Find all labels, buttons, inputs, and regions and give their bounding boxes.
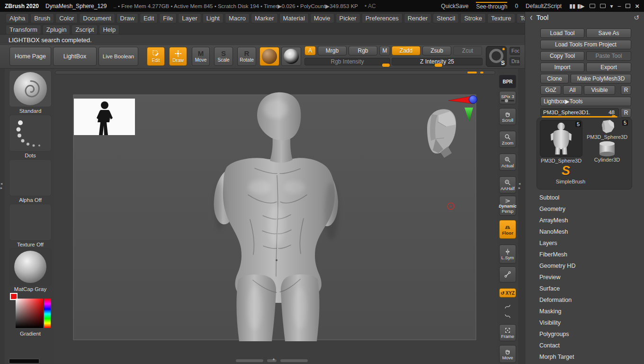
scroll-button[interactable]: Scroll <box>499 108 516 125</box>
load-tools-from-project-button[interactable]: Load Tools From Project <box>540 40 631 49</box>
spix-slider[interactable]: SPix 3 <box>499 91 516 104</box>
second-screen-icon[interactable] <box>600 4 606 8</box>
panel-back-icon[interactable]: ‹ <box>530 11 533 24</box>
menu-item[interactable]: Edit <box>140 13 158 23</box>
right-tray-divider[interactable]: ◂ ▸ <box>518 69 524 364</box>
save-as-button[interactable]: Save As <box>586 28 631 38</box>
tool-section-header[interactable]: Geometry HD <box>525 260 644 272</box>
rotate-curve-icon-1[interactable] <box>499 302 516 311</box>
actual-button[interactable]: Actual <box>499 154 516 171</box>
lightbox-button[interactable]: LightBox <box>53 47 97 66</box>
tray-expand-icon[interactable]: ▸ <box>519 186 520 190</box>
restore-icon[interactable] <box>626 4 630 8</box>
tool-section-header[interactable]: FiberMesh <box>525 249 644 260</box>
tool-section-header[interactable]: ArrayMesh <box>525 215 644 226</box>
alpha-selector[interactable]: Alpha Off <box>7 159 54 203</box>
tool-section-header[interactable]: Subtool <box>525 192 644 203</box>
cylinder-tool-thumbnail[interactable] <box>585 140 629 157</box>
collapse-ui-icon[interactable]: ▾ <box>610 3 613 9</box>
minimize-icon[interactable]: – <box>618 3 621 9</box>
tool-section-header[interactable]: Contact <box>525 340 644 351</box>
scroll-segment[interactable] <box>280 359 308 362</box>
move-mode-button[interactable]: M Move <box>192 47 210 66</box>
slider-r-button[interactable]: R <box>621 108 631 118</box>
tool-section-header[interactable]: Layers <box>525 237 644 249</box>
zsub-toggle[interactable]: Zsub <box>422 46 451 55</box>
stroke-selector[interactable]: Dots <box>7 115 54 158</box>
left-tray-divider[interactable]: ◂ ▸ <box>0 69 5 364</box>
menu-item[interactable]: Texture <box>487 13 515 23</box>
menu-item[interactable]: Material <box>279 13 309 23</box>
rgb-toggle[interactable]: Rgb <box>349 46 377 55</box>
lightbox-tools-button[interactable]: Lightbox▶Tools <box>540 97 631 106</box>
z-axis-dot[interactable] <box>469 96 477 104</box>
transpose-button[interactable] <box>499 266 516 282</box>
selected-tool-thumbnail[interactable]: 5 <box>540 120 582 157</box>
zscript-playback-icons[interactable]: ▮▮ ▮▶ <box>569 3 584 9</box>
menu-item[interactable]: Preferences <box>362 13 402 23</box>
home-page-button[interactable]: Home Page <box>9 47 51 66</box>
mrgb-toggle[interactable]: Mrgb <box>318 46 347 55</box>
bpr-button[interactable]: BPR <box>499 75 516 88</box>
menu-item[interactable]: Document <box>79 13 115 23</box>
zcut-toggle[interactable]: Zcut <box>453 46 482 55</box>
material-selector[interactable]: MatCap Gray <box>7 248 54 292</box>
bottom-scrollbar[interactable]: ▲ <box>236 359 308 362</box>
simplebrush-icon[interactable]: S <box>562 164 570 178</box>
menu-item[interactable]: Layer <box>178 13 201 23</box>
hue-strip[interactable] <box>44 299 51 328</box>
import-button[interactable]: Import <box>540 63 584 72</box>
tray-collapse-icon[interactable]: ◂ <box>519 182 520 186</box>
xyz-rotation-button[interactable]: ↺ XYZ <box>499 288 516 298</box>
menu-item[interactable]: Draw <box>116 13 138 23</box>
menu-item[interactable]: Brush <box>30 13 54 23</box>
current-material-button[interactable] <box>259 47 279 66</box>
menu-item[interactable]: Render <box>404 13 432 23</box>
goz-visible-button[interactable]: Visible <box>584 85 615 95</box>
menu-item[interactable]: Macro <box>225 13 250 23</box>
rgb-intensity-slider[interactable]: Rgb Intensity <box>304 58 390 65</box>
tool-section-header[interactable]: Geometry <box>525 203 644 215</box>
draw-mode-button[interactable]: Draw <box>169 47 187 66</box>
tool-section-header[interactable]: NanoMesh <box>525 226 644 237</box>
brush-selector[interactable]: Standard <box>7 70 54 114</box>
tool-section-header[interactable]: Visibility <box>525 317 644 328</box>
make-polymesh3d-button[interactable]: Make PolyMesh3D <box>571 74 631 83</box>
local-symmetry-button[interactable]: L.Sym <box>499 245 516 264</box>
expand-right-icon[interactable]: ▸ <box>0 186 2 190</box>
aahalf-button[interactable]: AAHalf <box>499 176 516 193</box>
live-boolean-button[interactable]: Live Boolean <box>98 47 138 66</box>
tool-section-header[interactable]: Preview <box>525 272 644 283</box>
m-toggle[interactable]: M <box>379 46 390 55</box>
menu-item[interactable]: File <box>159 13 177 23</box>
menu-item[interactable]: Movie <box>310 13 334 23</box>
secondary-color-swatch-partial[interactable] <box>9 358 40 364</box>
seethrough-slider[interactable]: See-through <box>476 2 507 10</box>
z-intensity-slider[interactable]: Z Intensity 25 <box>392 58 483 65</box>
canvas-viewport[interactable] <box>54 69 497 364</box>
saturation-value-square[interactable] <box>16 299 43 328</box>
goz-r-button[interactable]: R <box>621 85 631 95</box>
zoom-button[interactable]: Zoom <box>499 131 516 148</box>
tool-section-header[interactable]: Masking <box>525 306 644 317</box>
floor-button[interactable]: Floor <box>499 220 516 239</box>
draw-size-slider-clipped[interactable]: Dra <box>510 57 520 65</box>
move-canvas-button[interactable]: Move <box>499 345 516 363</box>
scroll-up-arrow[interactable]: ▲ <box>272 357 276 361</box>
z-intensity-handle[interactable] <box>435 64 442 67</box>
head-tool-thumbnail[interactable]: 5 <box>585 119 629 134</box>
goz-all-button[interactable]: All <box>563 85 582 95</box>
menu-item[interactable]: Color <box>55 13 78 23</box>
menu-item[interactable]: Picker <box>336 13 360 23</box>
dynamic-persp-button[interactable]: Dynamic Persp <box>499 196 516 216</box>
panel-refresh-icon[interactable]: ↺ <box>634 14 639 21</box>
tool-section-header[interactable]: Surface <box>525 283 644 294</box>
paste-tool-button[interactable]: Paste Tool <box>586 51 631 61</box>
lightbox-thumbnail[interactable] <box>74 99 135 135</box>
frame-button[interactable]: Frame <box>499 324 516 341</box>
spix-knob[interactable] <box>505 99 508 102</box>
active-tool-slider[interactable]: PM3D_Sphere3D1. 48 <box>540 108 619 117</box>
menu-item[interactable]: Stroke <box>460 13 486 23</box>
load-tool-button[interactable]: Load Tool <box>540 28 584 38</box>
screen-config-icon[interactable] <box>590 4 595 8</box>
